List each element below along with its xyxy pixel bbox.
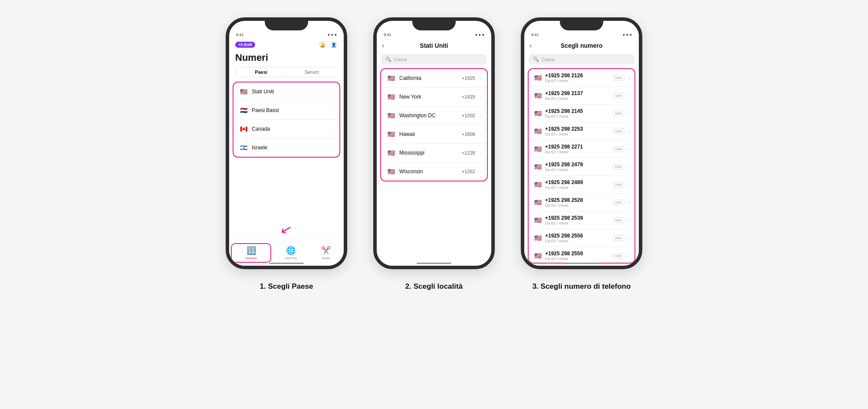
flag-num-8: 🇺🇸 xyxy=(533,215,542,225)
back-button-3[interactable]: ‹ xyxy=(529,42,532,49)
flag-num-6: 🇺🇸 xyxy=(533,180,542,189)
sms-badge-3: SMS xyxy=(612,129,624,134)
phone-frame-1: 9:41 ● ● ● +5 EUR 🔔 👤 Numeri Paesi Servi… xyxy=(226,17,347,269)
nav-numeri[interactable]: 🔢 Numeri xyxy=(231,243,271,263)
state-name-hawaii: Hawaii xyxy=(399,131,458,137)
flag-num-4: 🇺🇸 xyxy=(533,144,542,154)
number-text-7: +1925 298 2528 xyxy=(545,197,610,203)
number-item-0[interactable]: 🇺🇸 +1925 298 2126 Da €3 / mese SMS › xyxy=(529,69,635,87)
signal-3: ● ● ● xyxy=(623,33,632,37)
state-name-newyork: New York xyxy=(399,94,458,100)
country-name-il: Israele xyxy=(252,145,329,151)
aiuto-icon: ✂️ xyxy=(321,246,331,255)
number-info-4: +1925 298 2271 Da €3 / mese xyxy=(545,144,610,154)
bell-icon[interactable]: 🔔 xyxy=(319,41,326,49)
sms-badge-4: SMS xyxy=(612,146,624,152)
chevron-hawaii: › xyxy=(480,132,482,137)
sms-badge-10: SMS xyxy=(612,253,624,259)
nav-internet[interactable]: 🌐 Internet xyxy=(273,244,308,262)
sms-badge-8: SMS xyxy=(612,218,624,223)
number-item-8[interactable]: 🇺🇸 +1925 298 2539 Da €3 / mese SMS › xyxy=(529,211,635,229)
state-newyork[interactable]: 🇺🇸 New York +1929 › xyxy=(381,88,487,106)
flag-num-0: 🇺🇸 xyxy=(533,73,542,82)
number-info-7: +1925 298 2528 Da €3 / mese xyxy=(545,197,610,208)
search-icon-3: 🔍 xyxy=(533,56,539,62)
sms-badge-1: SMS xyxy=(612,93,624,99)
number-info-9: +1925 298 2556 Da €3 / mese xyxy=(545,233,610,243)
state-mississippi[interactable]: 🇺🇸 Mississippi +1228 › xyxy=(381,144,487,162)
chevron-washingtondc: › xyxy=(480,113,482,118)
chevron-us: › xyxy=(333,89,334,94)
number-item-4[interactable]: 🇺🇸 +1925 298 2271 Da €3 / mese SMS › xyxy=(529,140,635,158)
number-price-5: Da €3 / mese xyxy=(545,168,610,172)
chevron-num-0: › xyxy=(629,76,630,80)
step-label-3: 3. Scegli numero di telefono xyxy=(533,282,631,291)
state-california[interactable]: 🇺🇸 California +1925 › xyxy=(381,69,487,88)
number-item-5[interactable]: 🇺🇸 +1925 298 2479 Da €3 / mese SMS › xyxy=(529,158,635,176)
flag-hi-state: 🇺🇸 xyxy=(386,129,396,139)
number-price-3: Da €3 / mese xyxy=(545,132,610,136)
flag-nl: 🇳🇱 xyxy=(239,106,248,115)
state-washingtondc[interactable]: 🇺🇸 Washington DC +1202 › xyxy=(381,106,487,125)
number-price-9: Da €3 / mese xyxy=(545,239,610,243)
back-button-2[interactable]: ‹ xyxy=(382,42,384,49)
chevron-num-7: › xyxy=(629,200,630,205)
countries-list: 🇺🇸 Stati Uniti › 🇳🇱 Paesi Bassi › 🇨🇦 Can… xyxy=(233,82,340,158)
eur-badge[interactable]: +5 EUR xyxy=(235,42,255,48)
number-item-1[interactable]: 🇺🇸 +1925 298 2137 Da €3 / mese SMS › xyxy=(529,87,635,105)
number-info-8: +1925 298 2539 Da €3 / mese xyxy=(545,215,610,225)
country-item-il[interactable]: 🇮🇱 Israele › xyxy=(233,139,339,157)
sms-badge-5: SMS xyxy=(612,164,624,170)
number-item-2[interactable]: 🇺🇸 +1925 298 2145 Da €3 / mese SMS › xyxy=(529,105,635,122)
sms-badge-7: SMS xyxy=(612,200,624,205)
country-item-ca[interactable]: 🇨🇦 Canada › xyxy=(233,120,339,139)
step-label-1: 1. Scegli Paese xyxy=(260,282,313,291)
flag-ca-state: 🇺🇸 xyxy=(386,73,396,83)
number-item-10[interactable]: 🇺🇸 +1925 298 2559 Da €3 / mese SMS › xyxy=(529,247,635,264)
numbers-list: 🇺🇸 +1925 298 2126 Da €3 / mese SMS › 🇺🇸 … xyxy=(528,68,635,264)
flag-us: 🇺🇸 xyxy=(239,87,248,96)
number-item-7[interactable]: 🇺🇸 +1925 298 2528 Da €3 / mese SMS › xyxy=(529,194,635,211)
number-info-2: +1925 298 2145 Da €3 / mese xyxy=(545,108,610,119)
user-icon[interactable]: 👤 xyxy=(330,41,338,49)
number-price-1: Da €3 / mese xyxy=(545,96,610,101)
chevron-nl: › xyxy=(333,108,334,113)
state-code-washingtondc: +1202 xyxy=(462,113,475,118)
arrow-indicator: ↙ xyxy=(279,221,294,237)
tabs-1: Paesi Servizi xyxy=(235,67,338,77)
tab-servizi[interactable]: Servizi xyxy=(286,67,337,77)
search-bar-3[interactable]: 🔍 Cerca xyxy=(529,54,635,65)
number-text-2: +1925 298 2145 xyxy=(545,108,610,114)
flag-num-9: 🇺🇸 xyxy=(533,233,542,243)
country-name-ca: Canada xyxy=(252,126,329,132)
chevron-num-1: › xyxy=(629,93,630,98)
status-bar-1: 9:41 ● ● ● xyxy=(229,30,344,39)
home-indicator-3 xyxy=(564,263,599,264)
chevron-num-5: › xyxy=(629,165,630,169)
number-text-9: +1925 298 2556 xyxy=(545,233,610,239)
flag-dc-state: 🇺🇸 xyxy=(386,111,396,120)
state-hawaii[interactable]: 🇺🇸 Hawaii +1808 › xyxy=(381,125,487,144)
number-text-1: +1925 298 2137 xyxy=(545,90,610,96)
country-item-us[interactable]: 🇺🇸 Stati Uniti › xyxy=(233,82,339,101)
number-text-6: +1925 298 2489 xyxy=(545,179,610,185)
tab-paesi[interactable]: Paesi xyxy=(236,67,286,77)
chevron-wisconsin: › xyxy=(480,169,482,174)
number-price-0: Da €3 / mese xyxy=(545,79,610,83)
page-title-2: Stati Uniti xyxy=(420,42,448,49)
internet-icon: 🌐 xyxy=(286,246,296,255)
flag-num-10: 🇺🇸 xyxy=(533,251,542,261)
state-wisconsin[interactable]: 🇺🇸 Wisconsin +1262 › xyxy=(381,162,487,181)
country-item-nl[interactable]: 🇳🇱 Paesi Bassi › xyxy=(233,101,339,120)
nav-aiuto[interactable]: ✂️ Aiuto xyxy=(309,244,344,262)
number-item-3[interactable]: 🇺🇸 +1925 298 2253 Da €3 / mese SMS › xyxy=(529,122,635,140)
flag-num-5: 🇺🇸 xyxy=(533,162,542,172)
phone-content-2: 9:41 ● ● ● ‹ Stati Uniti 🔍 Cerca 🇺🇸 Cali… xyxy=(377,30,491,266)
signal-1: ● ● ● xyxy=(328,33,337,37)
number-item-9[interactable]: 🇺🇸 +1925 298 2556 Da €3 / mese SMS › xyxy=(529,229,635,247)
number-item-6[interactable]: 🇺🇸 +1925 298 2489 Da €3 / mese SMS › xyxy=(529,176,635,194)
phone-column-3: 9:41 ● ● ● ‹ Scegli numero 🔍 Cerca 🇺🇸 +1… xyxy=(521,17,642,291)
state-code-wisconsin: +1262 xyxy=(462,169,475,174)
phone-content-3: 9:41 ● ● ● ‹ Scegli numero 🔍 Cerca 🇺🇸 +1… xyxy=(524,30,639,266)
search-bar-2[interactable]: 🔍 Cerca xyxy=(381,54,487,65)
